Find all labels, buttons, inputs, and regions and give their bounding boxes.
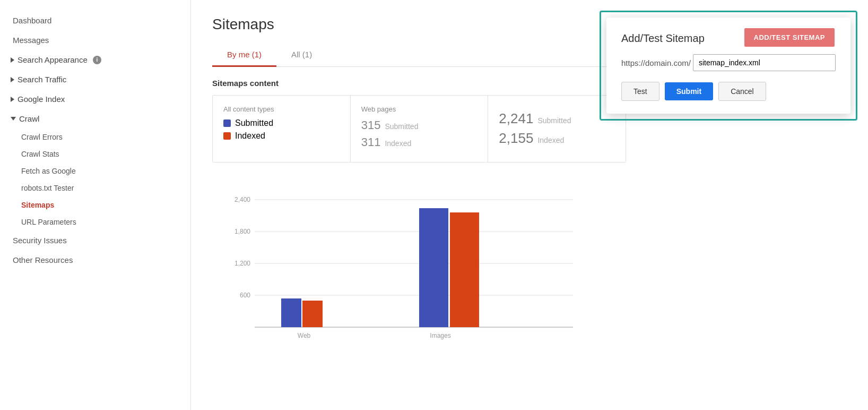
x-label-images: Images [430, 332, 450, 339]
sidebar-section-label: Search Traffic [18, 75, 66, 84]
web-indexed-row: 311 Indexed [361, 135, 478, 149]
cancel-button[interactable]: Cancel [718, 82, 766, 101]
sidebar-item-search-traffic[interactable]: Search Traffic [0, 70, 190, 89]
sidebar-item-fetch-as-google[interactable]: Fetch as Google [0, 163, 190, 180]
images-submitted-number: 2,241 [499, 110, 533, 127]
popup-buttons: Test Submit Cancel [621, 82, 836, 101]
sidebar-item-crawl-stats[interactable]: Crawl Stats [0, 146, 190, 163]
chart-area: 2,400 1,800 1,200 600 Web [212, 178, 594, 348]
card-all-content: All content types Submitted Indexed [213, 96, 351, 162]
sidebar: Dashboard Messages Search Appearance i S… [0, 0, 191, 410]
bar-images-submitted [419, 208, 448, 327]
sidebar-item-robots-txt[interactable]: robots.txt Tester [0, 180, 190, 197]
legend-submitted: Submitted [223, 118, 340, 128]
y-label-2400: 2,400 [235, 196, 250, 203]
sidebar-section-label: Search Appearance [18, 55, 88, 64]
web-indexed-label: Indexed [385, 139, 411, 148]
bar-chart: 2,400 1,800 1,200 600 Web [212, 178, 584, 348]
popup-input-row: https://domain.com/ [621, 54, 836, 71]
y-label-1800: 1,800 [235, 228, 250, 235]
y-label-600: 600 [240, 292, 250, 299]
images-submitted-label: Submitted [537, 116, 571, 125]
sidebar-section-label: Crawl [19, 114, 39, 123]
legend-submitted-label: Submitted [235, 118, 273, 128]
y-label-1200: 1,200 [235, 260, 250, 267]
all-content-title: All content types [223, 105, 340, 113]
popup-url-prefix: https://domain.com/ [621, 58, 691, 67]
test-button[interactable]: Test [621, 82, 659, 101]
sidebar-item-other-resources[interactable]: Other Resources [0, 250, 190, 270]
triangle-right-icon [11, 97, 14, 102]
popup-wrapper: ADD/TEST SITEMAP Add/Test Sitemap https:… [600, 11, 857, 121]
sidebar-item-sitemaps[interactable]: Sitemaps [0, 197, 190, 213]
triangle-down-icon [11, 117, 16, 121]
indexed-dot [223, 132, 231, 140]
web-indexed-number: 311 [361, 135, 381, 149]
sidebar-item-crawl[interactable]: Crawl [0, 109, 190, 129]
add-test-sitemap-button[interactable]: ADD/TEST SITEMAP [744, 28, 835, 47]
sidebar-item-search-appearance[interactable]: Search Appearance i [0, 50, 190, 70]
images-indexed-row: 2,155 Indexed [499, 130, 615, 147]
card-web-pages: Web pages 315 Submitted 311 Indexed [351, 96, 489, 162]
legend-indexed: Indexed [223, 131, 340, 141]
sidebar-item-google-index[interactable]: Google Index [0, 89, 190, 109]
submit-button[interactable]: Submit [665, 82, 713, 100]
bar-web-submitted [281, 298, 301, 327]
triangle-right-icon [11, 57, 14, 63]
sidebar-item-crawl-errors[interactable]: Crawl Errors [0, 129, 190, 146]
tab-by-me[interactable]: By me (1) [212, 44, 276, 67]
images-indexed-label: Indexed [537, 136, 564, 144]
sitemap-input[interactable] [693, 54, 836, 71]
submitted-dot [223, 119, 231, 127]
sidebar-section-label: Google Index [18, 95, 65, 104]
main-content: Sitemaps ADD/TEST SITEMAP Add/Test Sitem… [191, 0, 868, 410]
bar-images-indexed [450, 212, 479, 327]
images-submitted-row: 2,241 Submitted [499, 110, 615, 127]
web-pages-title: Web pages [361, 105, 478, 113]
triangle-right-icon [11, 77, 14, 82]
info-icon: i [93, 56, 101, 64]
legend-indexed-label: Indexed [235, 131, 265, 141]
sidebar-item-url-parameters[interactable]: URL Parameters [0, 213, 190, 230]
tab-all[interactable]: All (1) [276, 44, 327, 67]
bar-web-indexed [302, 301, 323, 327]
sidebar-item-security-issues[interactable]: Security Issues [0, 230, 190, 250]
web-submitted-label: Submitted [385, 122, 418, 131]
web-submitted-number: 315 [361, 118, 381, 132]
web-submitted-row: 315 Submitted [361, 118, 478, 132]
sidebar-item-messages[interactable]: Messages [0, 30, 190, 50]
x-label-web: Web [298, 332, 311, 339]
images-indexed-number: 2,155 [499, 130, 533, 147]
sidebar-item-dashboard[interactable]: Dashboard [0, 11, 190, 30]
content-cards: All content types Submitted Indexed Web … [212, 95, 626, 163]
